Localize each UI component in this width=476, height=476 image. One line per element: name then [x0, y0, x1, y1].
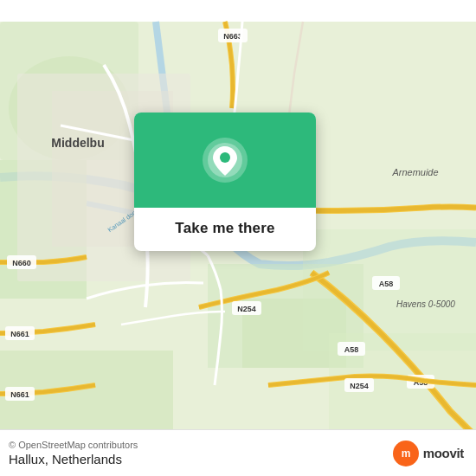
svg-text:N661: N661 — [10, 390, 29, 399]
svg-text:N254: N254 — [237, 305, 256, 313]
popup-header — [134, 113, 316, 208]
moovit-brand-text: moovit — [423, 446, 464, 460]
svg-text:N663: N663 — [223, 32, 242, 41]
svg-text:Arnemuide: Arnemuide — [391, 167, 438, 177]
svg-point-38 — [220, 152, 230, 163]
svg-text:Middelbu: Middelbu — [51, 136, 104, 150]
map-container: N57 A58 A58 A58 N254 N254 N663 N660 — [0, 0, 476, 476]
svg-text:m: m — [401, 447, 410, 460]
osm-credit: © OpenStreetMap contributors — [9, 440, 138, 450]
bottom-bar: © OpenStreetMap contributors Hallux, Net… — [0, 429, 476, 476]
svg-text:N660: N660 — [12, 259, 31, 267]
location-pin-icon — [203, 138, 248, 183]
location-popup[interactable]: Take me there — [134, 113, 316, 251]
svg-text:N661: N661 — [10, 330, 29, 338]
svg-text:A58: A58 — [379, 280, 394, 288]
take-me-there-button[interactable]: Take me there — [134, 208, 316, 251]
location-name: Hallux, Netherlands — [9, 452, 138, 466]
moovit-m-icon: m — [398, 446, 414, 461]
svg-text:Havens 0-5000: Havens 0-5000 — [396, 299, 455, 309]
moovit-logo: m moovit — [393, 441, 464, 466]
svg-text:A58: A58 — [344, 345, 359, 354]
moovit-icon: m — [393, 441, 419, 466]
svg-text:N254: N254 — [350, 382, 369, 390]
